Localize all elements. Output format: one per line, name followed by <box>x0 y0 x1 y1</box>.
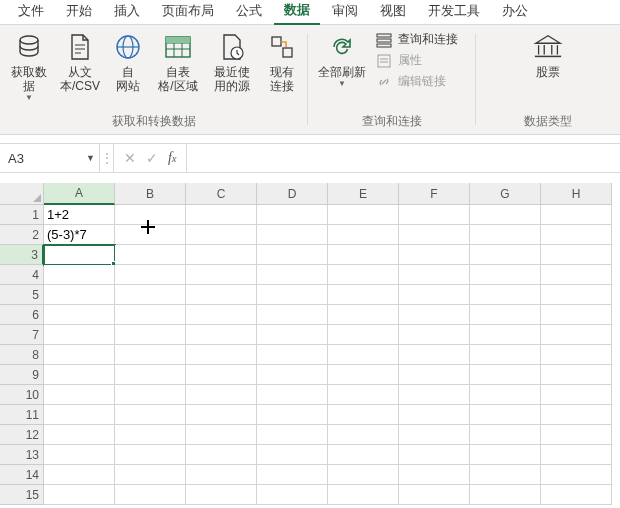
from-web-button[interactable]: 自网站 <box>108 29 148 93</box>
tab-devtools[interactable]: 开发工具 <box>418 0 490 24</box>
cell-C11[interactable] <box>186 405 257 425</box>
cell-A8[interactable] <box>44 345 115 365</box>
cell-F7[interactable] <box>399 325 470 345</box>
cell-H7[interactable] <box>541 325 612 345</box>
tab-file[interactable]: 文件 <box>8 0 54 24</box>
cell-G11[interactable] <box>470 405 541 425</box>
cell-F1[interactable] <box>399 205 470 225</box>
existing-connections-button[interactable]: 现有连接 <box>262 29 302 93</box>
tab-office[interactable]: 办公 <box>492 0 538 24</box>
cell-D7[interactable] <box>257 325 328 345</box>
cell-F5[interactable] <box>399 285 470 305</box>
cell-E6[interactable] <box>328 305 399 325</box>
row-header[interactable]: 15 <box>0 485 44 505</box>
cell-D10[interactable] <box>257 385 328 405</box>
row-header[interactable]: 3 <box>0 245 44 265</box>
cell-B9[interactable] <box>115 365 186 385</box>
cell-C14[interactable] <box>186 465 257 485</box>
cell-D14[interactable] <box>257 465 328 485</box>
column-header[interactable]: G <box>470 183 541 205</box>
cell-D2[interactable] <box>257 225 328 245</box>
chevron-down-icon[interactable]: ▼ <box>86 153 95 163</box>
cell-E13[interactable] <box>328 445 399 465</box>
cell-C8[interactable] <box>186 345 257 365</box>
cell-H4[interactable] <box>541 265 612 285</box>
cell-H11[interactable] <box>541 405 612 425</box>
cell-A15[interactable] <box>44 485 115 505</box>
cell-F4[interactable] <box>399 265 470 285</box>
cell-B6[interactable] <box>115 305 186 325</box>
cell-C9[interactable] <box>186 365 257 385</box>
column-header[interactable]: H <box>541 183 612 205</box>
cell-E14[interactable] <box>328 465 399 485</box>
cell-H10[interactable] <box>541 385 612 405</box>
cell-B14[interactable] <box>115 465 186 485</box>
recent-sources-button[interactable]: 最近使用的源 <box>208 29 256 93</box>
tab-review[interactable]: 审阅 <box>322 0 368 24</box>
enter-button[interactable]: ✓ <box>146 150 158 166</box>
row-header[interactable]: 9 <box>0 365 44 385</box>
cell-F15[interactable] <box>399 485 470 505</box>
cell-H15[interactable] <box>541 485 612 505</box>
row-header[interactable]: 6 <box>0 305 44 325</box>
from-table-button[interactable]: 自表格/区域 <box>154 29 202 93</box>
cell-E4[interactable] <box>328 265 399 285</box>
cell-B10[interactable] <box>115 385 186 405</box>
cell-G13[interactable] <box>470 445 541 465</box>
cell-D1[interactable] <box>257 205 328 225</box>
cell-G10[interactable] <box>470 385 541 405</box>
formula-input[interactable] <box>187 144 620 172</box>
cell-A12[interactable] <box>44 425 115 445</box>
cell-G4[interactable] <box>470 265 541 285</box>
cell-G8[interactable] <box>470 345 541 365</box>
cell-A9[interactable] <box>44 365 115 385</box>
cell-H13[interactable] <box>541 445 612 465</box>
cell-G2[interactable] <box>470 225 541 245</box>
name-box[interactable]: A3 ▼ <box>0 144 100 172</box>
cell-H8[interactable] <box>541 345 612 365</box>
row-header[interactable]: 5 <box>0 285 44 305</box>
cell-F10[interactable] <box>399 385 470 405</box>
cell-G15[interactable] <box>470 485 541 505</box>
cell-D3[interactable] <box>257 245 328 265</box>
row-header[interactable]: 8 <box>0 345 44 365</box>
cell-E10[interactable] <box>328 385 399 405</box>
cell-C10[interactable] <box>186 385 257 405</box>
cell-F6[interactable] <box>399 305 470 325</box>
cell-C12[interactable] <box>186 425 257 445</box>
cell-G9[interactable] <box>470 365 541 385</box>
cell-A6[interactable] <box>44 305 115 325</box>
cell-F8[interactable] <box>399 345 470 365</box>
cell-C3[interactable] <box>186 245 257 265</box>
cell-G3[interactable] <box>470 245 541 265</box>
queries-connections-button[interactable]: 查询和连接 <box>376 31 470 48</box>
cell-D15[interactable] <box>257 485 328 505</box>
cell-F12[interactable] <box>399 425 470 445</box>
from-csv-button[interactable]: 从文本/CSV <box>58 29 102 93</box>
cell-E11[interactable] <box>328 405 399 425</box>
cell-D8[interactable] <box>257 345 328 365</box>
cell-E2[interactable] <box>328 225 399 245</box>
cell-A5[interactable] <box>44 285 115 305</box>
cell-B13[interactable] <box>115 445 186 465</box>
cell-C15[interactable] <box>186 485 257 505</box>
cell-A4[interactable] <box>44 265 115 285</box>
tab-insert[interactable]: 插入 <box>104 0 150 24</box>
refresh-all-button[interactable]: 全部刷新 ▼ <box>314 29 370 88</box>
row-header[interactable]: 2 <box>0 225 44 245</box>
tab-layout[interactable]: 页面布局 <box>152 0 224 24</box>
cell-B2[interactable] <box>115 225 186 245</box>
cell-A10[interactable] <box>44 385 115 405</box>
cell-C2[interactable] <box>186 225 257 245</box>
grip-handle[interactable]: ⋮ <box>100 144 114 172</box>
cell-H12[interactable] <box>541 425 612 445</box>
cell-E8[interactable] <box>328 345 399 365</box>
cell-H5[interactable] <box>541 285 612 305</box>
cell-A11[interactable] <box>44 405 115 425</box>
row-header[interactable]: 10 <box>0 385 44 405</box>
select-all-button[interactable] <box>0 183 44 205</box>
cell-G6[interactable] <box>470 305 541 325</box>
row-header[interactable]: 11 <box>0 405 44 425</box>
cell-B15[interactable] <box>115 485 186 505</box>
cell-C6[interactable] <box>186 305 257 325</box>
